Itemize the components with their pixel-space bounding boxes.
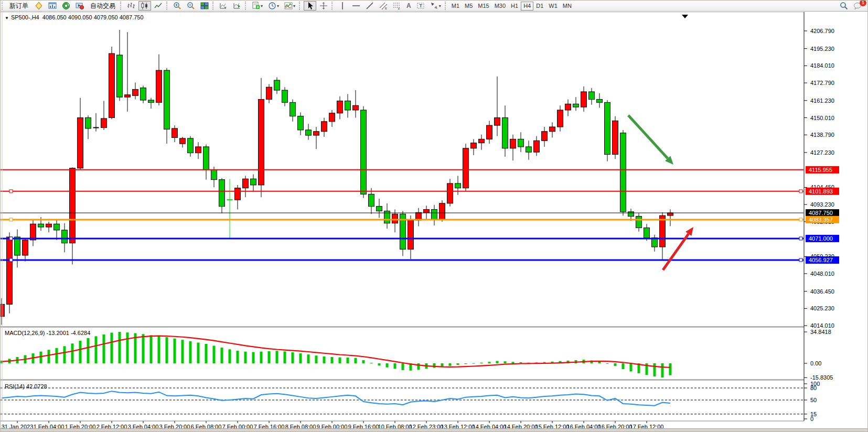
price-axis[interactable]: 4206.7904195.2304184.0104172.7904161.230… [804,12,868,431]
candle-body [1,304,5,316]
tile-windows-icon[interactable] [198,1,211,10]
macd-histogram-bar [119,332,121,363]
candle-body [573,104,579,107]
autotrading-button[interactable]: 自动交易 [87,1,119,10]
bar-chart-icon[interactable] [125,1,137,10]
macd-histogram-bar [394,363,397,369]
macd-histogram-bar [355,358,357,363]
macd-histogram-bar [95,336,98,363]
candlestick-chart-icon[interactable] [138,1,151,10]
candle-body [117,55,123,97]
auto-scroll-icon[interactable] [217,1,230,10]
tf-button-h4[interactable]: H4 [521,2,533,10]
macd-histogram-bar [79,341,82,363]
chart-canvas[interactable]: 4206.7904195.2304184.0104172.7904161.230… [1,12,868,431]
hline-right-handle[interactable] [799,237,802,240]
hline-right-handle[interactable] [799,258,802,262]
macd-histogram-bar [598,362,601,363]
vertical-line-icon[interactable] [336,1,349,10]
tf-button-m1[interactable]: M1 [449,2,462,10]
candle-body [62,230,68,243]
tf-button-h1[interactable]: H1 [508,2,521,10]
hline-right-handle[interactable] [799,218,802,221]
toolbar-separator [166,2,169,10]
hline-left-handle[interactable] [9,237,13,240]
svg-text:4083.357: 4083.357 [809,217,833,223]
svg-text:4087.750: 4087.750 [809,210,833,216]
text-label-icon[interactable]: T [414,1,427,10]
macd-histogram-bar [315,355,318,363]
candle-body [70,168,76,243]
signals-icon[interactable] [60,1,72,10]
text-icon[interactable]: A [404,1,413,10]
candle-body [203,147,209,170]
candle-body [109,53,115,117]
tf-button-w1[interactable]: W1 [546,2,560,10]
macd-histogram-bar [87,338,90,363]
chart-window-icon[interactable] [46,1,59,10]
new-chart-icon[interactable]: ▾ [250,1,265,10]
fibonacci-icon[interactable]: F [391,1,403,10]
candle-body [550,127,555,132]
autotrading-icon[interactable] [73,1,86,10]
notifications-icon[interactable]: 1 [851,1,864,10]
candle-body [85,118,91,128]
macd-histogram-bar [166,337,168,363]
zoom-out-icon[interactable] [185,1,197,10]
price-tick-label: 4138.790 [810,132,834,138]
hline-left-handle[interactable] [9,190,13,193]
chart-shift-icon[interactable] [231,1,243,10]
horizontal-line-icon[interactable] [350,1,362,10]
macd-histogram-bar [189,341,192,363]
candle-body [196,147,201,153]
chevron-down-icon: ▾ [293,4,295,8]
price-tick-label: 4184.010 [810,62,834,69]
timeframes-clock-icon[interactable]: ▾ [266,1,281,10]
shapes-icon[interactable]: ▾ [428,1,443,10]
trendline-icon[interactable] [363,1,376,10]
hline-left-handle[interactable] [9,218,13,221]
equidistant-channel-icon[interactable]: E [377,1,390,10]
macd-indicator-label: MACD(12,26,9) -13.2001 -4.6284 [5,330,90,336]
tf-button-m30[interactable]: M30 [492,2,508,10]
macd-histogram-bar [260,352,263,363]
indicators-icon[interactable]: ▾ [282,1,297,10]
cursor-icon[interactable] [304,1,316,10]
macd-histogram-bar [229,349,231,363]
tf-button-mn[interactable]: MN [560,2,574,10]
symbol-dropdown-icon[interactable]: ▼ [5,16,9,20]
chevron-down-icon: ▾ [277,4,279,8]
tf-button-m15[interactable]: M15 [475,2,491,10]
candle-body [455,183,461,188]
macd-histogram-bar [150,335,153,363]
new-order-button[interactable]: 新订单 [6,1,31,10]
diamond-icon[interactable] [33,1,45,10]
macd-histogram-bar [71,343,74,363]
price-tick-label: 4093.230 [810,201,834,208]
hline-left-handle[interactable] [9,258,13,262]
macd-histogram-bar [402,363,404,370]
toolbar-separator [120,2,123,10]
toolbar-handle[interactable] [2,2,5,10]
tf-button-d1[interactable]: D1 [533,2,546,10]
candle-body [424,210,430,213]
candle-body [502,118,508,148]
notification-badge: 1 [860,0,866,6]
macd-histogram-bar [197,342,200,363]
candle-body [353,105,359,110]
macd-histogram-bar [268,351,271,363]
line-chart-icon[interactable] [152,1,165,10]
crosshair-icon[interactable] [317,1,330,10]
zoom-in-icon[interactable] [171,1,184,10]
candle-body [558,110,563,127]
candle-body [322,122,327,132]
hline-right-handle[interactable] [799,190,802,193]
chart-window[interactable]: 4206.7904195.2304184.0104172.7904161.230… [1,12,868,431]
candle-body [243,179,249,188]
candle-body [613,121,618,154]
candle-body [447,183,453,203]
tf-button-m5[interactable]: M5 [462,2,475,10]
search-icon[interactable] [838,1,850,10]
price-tick-label: 4195.230 [810,46,834,52]
price-tick-label: 4048.010 [810,271,834,277]
